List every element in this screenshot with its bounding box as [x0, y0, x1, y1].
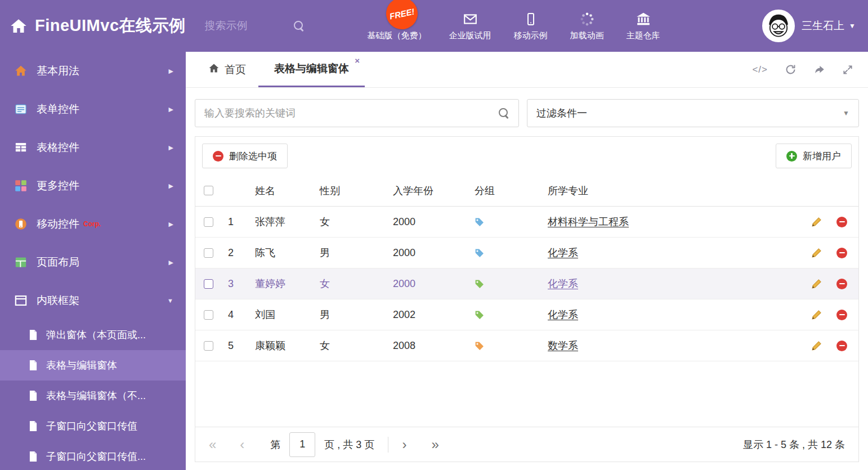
table-icon [15, 141, 27, 154]
cell-name: 陈飞 [255, 246, 320, 259]
table-row[interactable]: 4 刘国 男 2002 化学系 [195, 299, 858, 330]
table-row[interactable]: 5 康颖颖 女 2008 数学系 [195, 330, 858, 361]
next-page-button[interactable]: › [402, 438, 406, 451]
row-index: 2 [228, 247, 255, 259]
prev-page-button[interactable]: ‹ [240, 438, 244, 451]
edit-icon[interactable] [811, 310, 822, 320]
table-row[interactable]: 1 张萍萍 女 2000 材料科学与工程系 [195, 207, 858, 238]
search-icon[interactable] [294, 21, 305, 32]
table-row[interactable]: 2 陈飞 男 2000 化学系 [195, 238, 858, 268]
grid-toolbar: 删除选中项 新增用户 [195, 137, 858, 175]
sidebar-subitem-grid-edit-window-2[interactable]: 表格与编辑窗体（不... [0, 381, 186, 411]
sidebar-item-more-controls[interactable]: 更多控件 ▶ [0, 167, 186, 205]
tab-label: 首页 [225, 62, 246, 77]
add-user-button[interactable]: 新增用户 [776, 144, 852, 168]
sidebar-item-grid-controls[interactable]: 表格控件 ▶ [0, 128, 186, 167]
tab-tools: </> [752, 52, 868, 87]
last-page-button[interactable]: » [431, 438, 439, 451]
row-checkbox[interactable] [204, 248, 213, 258]
column-year[interactable]: 入学年份 [393, 184, 475, 198]
sidebar-item-label: 表单控件 [37, 102, 79, 117]
action-mobile-demo[interactable]: 移动示例 [514, 11, 548, 41]
tag-icon [475, 248, 484, 258]
tag-icon [475, 310, 484, 320]
sidebar-subitem-popup-window[interactable]: 弹出窗体（本页面或... [0, 320, 186, 350]
page-label-prefix: 第 [270, 438, 280, 451]
major-link[interactable]: 化学系 [548, 309, 578, 320]
tag-icon [475, 279, 484, 289]
column-name[interactable]: 姓名 [255, 184, 320, 198]
action-enterprise-trial[interactable]: 企业版试用 [449, 11, 491, 41]
row-checkbox[interactable] [204, 310, 213, 320]
cell-name: 康颖颖 [255, 339, 320, 352]
caret-down-icon: ▼ [843, 109, 849, 117]
sidebar-item-label: 更多控件 [37, 178, 79, 193]
row-checkbox[interactable] [204, 279, 213, 289]
column-gender[interactable]: 性别 [320, 184, 393, 198]
cell-year: 2000 [393, 216, 475, 228]
filter-dropdown[interactable]: 过滤条件一 ▼ [527, 99, 859, 127]
edit-icon[interactable] [811, 279, 822, 289]
share-icon[interactable] [813, 64, 825, 75]
sidebar-item-page-layout[interactable]: 页面布局 ▶ [0, 243, 186, 281]
delete-icon[interactable] [836, 217, 847, 227]
edit-icon[interactable] [811, 248, 822, 258]
sidebar-item-mobile-controls[interactable]: 移动控件 Corp. ▶ [0, 205, 186, 243]
expand-icon[interactable] [842, 64, 853, 75]
edit-icon[interactable] [811, 341, 822, 351]
sidebar-subitem-child-to-parent[interactable]: 子窗口向父窗口传值 [0, 411, 186, 441]
user-menu[interactable]: 三生石上 ▼ [762, 10, 856, 42]
cell-group [475, 341, 548, 351]
cell-gender: 男 [320, 308, 393, 321]
tab-grid-edit-window[interactable]: 表格与编辑窗体 × [258, 52, 365, 87]
keyword-search-input[interactable] [204, 108, 499, 119]
search-icon[interactable] [499, 108, 509, 119]
header-search-input[interactable] [205, 20, 289, 32]
refresh-icon[interactable] [785, 64, 797, 75]
delete-icon[interactable] [836, 310, 847, 320]
delete-icon[interactable] [836, 248, 847, 258]
sidebar-subitem-label: 子窗口向父窗口传值... [46, 450, 146, 463]
row-checkbox[interactable] [204, 217, 213, 227]
sidebar-subitem-child-to-parent-2[interactable]: 子窗口向父窗口传值... [0, 441, 186, 470]
table-row-selected[interactable]: 3 董婷婷 女 2000 化学系 [195, 268, 858, 299]
major-link[interactable]: 化学系 [548, 247, 578, 258]
cell-group [475, 248, 548, 258]
sidebar-item-label: 页面布局 [37, 255, 79, 270]
action-theme-repo[interactable]: 主题仓库 [627, 11, 660, 41]
tab-bar: 首页 表格与编辑窗体 × </> [186, 52, 868, 88]
sidebar-item-form-controls[interactable]: 表单控件 ▶ [0, 90, 186, 128]
column-major[interactable]: 所学专业 [548, 184, 795, 198]
tab-home[interactable]: 首页 [196, 52, 258, 87]
sidebar-item-label: 内联框架 [37, 293, 79, 308]
chevron-right-icon: ▶ [169, 182, 173, 190]
delete-icon[interactable] [836, 279, 847, 289]
code-icon[interactable]: </> [752, 64, 768, 75]
app-title: FineUIMvc在线示例 [35, 15, 186, 37]
close-icon[interactable]: × [355, 56, 360, 65]
top-header: FineUIMvc在线示例 FREE! 基础版（免费） 企业版试用 [0, 0, 868, 52]
delete-selected-button[interactable]: 删除选中项 [202, 144, 288, 168]
sidebar-item-iframe[interactable]: 内联框架 ▼ [0, 281, 186, 320]
major-link[interactable]: 化学系 [548, 278, 578, 289]
sidebar-subitem-grid-edit-window[interactable]: 表格与编辑窗体 [0, 350, 186, 381]
sidebar: 基本用法 ▶ 表单控件 ▶ 表格控件 ▶ 更多 [0, 52, 186, 470]
edit-icon[interactable] [811, 217, 822, 227]
pager-divider [388, 437, 388, 453]
first-page-button[interactable]: « [209, 438, 216, 451]
filter-dropdown-value: 过滤条件一 [536, 106, 587, 120]
avatar [762, 10, 795, 42]
column-group[interactable]: 分组 [475, 184, 548, 198]
major-link[interactable]: 材料科学与工程系 [548, 216, 629, 227]
sidebar-item-label: 基本用法 [37, 64, 79, 78]
delete-icon[interactable] [836, 341, 847, 351]
action-label: 加载动画 [570, 30, 604, 41]
major-link[interactable]: 数学系 [548, 340, 578, 351]
home-icon[interactable] [10, 17, 27, 34]
row-checkbox[interactable] [204, 341, 213, 351]
select-all-checkbox[interactable] [204, 186, 213, 195]
sidebar-item-basic-usage[interactable]: 基本用法 ▶ [0, 52, 186, 90]
action-loading-animation[interactable]: 加载动画 [570, 11, 604, 41]
page-number-input[interactable] [289, 432, 315, 457]
tag-icon [475, 341, 484, 351]
